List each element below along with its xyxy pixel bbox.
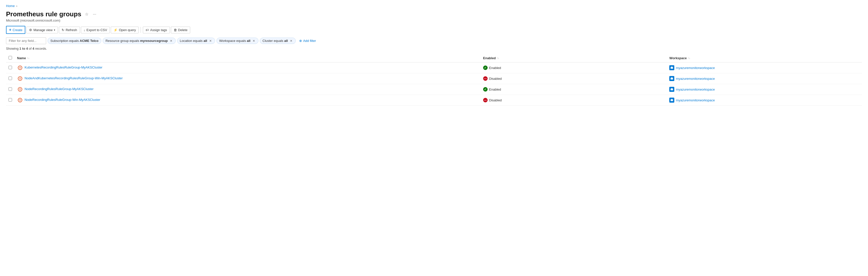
col-header-enabled[interactable]: Enabled ↑↓ xyxy=(480,54,667,62)
tag-icon: 🏷 xyxy=(146,28,149,32)
row-2-status-cell: —Disabled xyxy=(480,73,667,84)
svg-text:!: ! xyxy=(20,88,20,91)
col-workspace-sort-icon: ↑↓ xyxy=(688,57,690,59)
page-subtitle: Microsoft (microsoft.onmicrosoft.com) xyxy=(6,19,862,22)
row-2-workspace-cell: myazuremonitorworkspace xyxy=(667,73,862,84)
col-name-label: Name xyxy=(17,56,26,60)
svg-rect-9 xyxy=(671,77,673,78)
add-filter-label: Add filter xyxy=(303,39,316,43)
filter-tag-workspace: Workspace equals all ✕ xyxy=(217,38,258,44)
pin-button[interactable]: ☆ xyxy=(84,11,89,17)
filter-tag-resourcegroup: Resource group equals myresourcegroup ✕ xyxy=(103,38,176,44)
select-all-header xyxy=(6,54,14,62)
records-suffix: records. xyxy=(34,47,47,50)
rule-groups-table: Name ↑↓ Enabled ↑↓ Workspace ↑↓ ! Kubern xyxy=(6,54,862,106)
row-4-rule-icon: ! xyxy=(17,97,23,103)
svg-rect-3 xyxy=(671,67,673,69)
row-3-status-cell: ✓Enabled xyxy=(480,84,667,95)
row-1-checkbox-cell xyxy=(6,62,14,73)
svg-rect-14 xyxy=(671,88,673,89)
filter-remove-location-button[interactable]: ✕ xyxy=(209,39,212,43)
export-label: Export to CSV xyxy=(87,28,107,32)
row-2-checkbox-cell xyxy=(6,73,14,84)
more-options-button[interactable]: ··· xyxy=(92,11,97,17)
assign-tags-label: Assign tags xyxy=(150,28,167,32)
table-row: ! KubernetesRecordingRulesRuleGroup-MyAK… xyxy=(6,62,862,73)
add-filter-button[interactable]: ⊕ Add filter xyxy=(297,38,318,44)
filter-tag-location-text: Location equals all xyxy=(180,39,207,43)
table-row: ! NodeAndKubernetesRecordingRulesRuleGro… xyxy=(6,73,862,84)
row-1-status-cell: ✓Enabled xyxy=(480,62,667,73)
refresh-button[interactable]: ↻ Refresh xyxy=(59,27,80,33)
row-4-workspace-cell: myazuremonitorworkspace xyxy=(667,95,862,106)
filter-bar: Subscription equals ACME Telco Resource … xyxy=(6,37,862,44)
records-of: of xyxy=(28,47,32,50)
records-summary: Showing xyxy=(6,47,19,50)
refresh-icon: ↻ xyxy=(62,28,64,32)
row-2-workspace-link[interactable]: myazuremonitorworkspace xyxy=(676,77,715,81)
row-4-checkbox[interactable] xyxy=(8,98,12,102)
row-1-name-cell: ! KubernetesRecordingRulesRuleGroup-MyAK… xyxy=(14,62,480,73)
filter-tag-resourcegroup-text: Resource group equals myresourcegroup xyxy=(105,39,168,43)
row-1-name-link[interactable]: KubernetesRecordingRulesRuleGroup-MyAKSC… xyxy=(25,65,102,69)
svg-text:!: ! xyxy=(20,77,20,80)
row-1-status-icon: ✓ xyxy=(483,65,488,70)
row-3-checkbox-cell xyxy=(6,84,14,95)
filter-remove-workspace-button[interactable]: ✕ xyxy=(252,39,256,43)
page-title: Prometheus rule groups xyxy=(6,10,82,18)
row-2-status-text: Disabled xyxy=(489,77,502,81)
row-3-name-cell: ! NodeRecordingRulesRuleGroup-MyAKSClust… xyxy=(14,84,480,95)
col-header-workspace[interactable]: Workspace ↑↓ xyxy=(667,54,862,62)
row-4-name-link[interactable]: NodeRecordingRulesRuleGroup-Win-MyAKSClu… xyxy=(25,98,100,102)
filter-tag-cluster-text: Cluster equals all xyxy=(262,39,288,43)
filter-remove-resourcegroup-button[interactable]: ✕ xyxy=(169,39,173,43)
svg-rect-4 xyxy=(671,66,673,67)
col-enabled-sort-icon: ↑↓ xyxy=(497,57,499,59)
filter-input[interactable] xyxy=(6,37,46,44)
export-csv-button[interactable]: ↓ Export to CSV xyxy=(81,27,110,33)
row-3-checkbox[interactable] xyxy=(8,87,12,91)
assign-tags-button[interactable]: 🏷 Assign tags xyxy=(143,27,169,33)
breadcrumb-home[interactable]: Home xyxy=(6,4,15,8)
row-2-name-cell: ! NodeAndKubernetesRecordingRulesRuleGro… xyxy=(14,73,480,84)
row-3-name-link[interactable]: NodeRecordingRulesRuleGroup-MyAKSCluster xyxy=(25,87,93,91)
svg-rect-13 xyxy=(671,89,673,90)
row-4-workspace-icon xyxy=(669,98,674,103)
row-3-rule-icon: ! xyxy=(17,86,23,92)
row-1-workspace-icon xyxy=(669,65,674,70)
table-row: ! NodeRecordingRulesRuleGroup-Win-MyAKSC… xyxy=(6,95,862,106)
refresh-label: Refresh xyxy=(66,28,77,32)
svg-text:!: ! xyxy=(20,66,20,69)
row-2-checkbox[interactable] xyxy=(8,77,12,80)
create-button[interactable]: + Create xyxy=(6,26,25,34)
filter-remove-cluster-button[interactable]: ✕ xyxy=(289,39,293,43)
row-1-status-text: Enabled xyxy=(489,66,501,70)
delete-button[interactable]: 🗑 Delete xyxy=(171,27,190,33)
row-4-name-cell: ! NodeRecordingRulesRuleGroup-Win-MyAKSC… xyxy=(14,95,480,106)
row-1-rule-icon: ! xyxy=(17,65,23,71)
manage-view-label: Manage view xyxy=(33,28,53,32)
filter-icon: ⊕ xyxy=(299,39,302,43)
row-4-status-text: Disabled xyxy=(489,99,502,102)
row-4-workspace-link[interactable]: myazuremonitorworkspace xyxy=(676,99,715,102)
row-2-workspace-icon xyxy=(669,76,674,81)
select-all-checkbox[interactable] xyxy=(8,56,12,59)
row-2-status-icon: — xyxy=(483,76,488,81)
col-enabled-label: Enabled xyxy=(483,56,496,60)
toolbar: + Create ⚙ Manage view ▾ ↻ Refresh ↓ Exp… xyxy=(6,26,862,34)
col-header-name[interactable]: Name ↑↓ xyxy=(14,54,480,62)
row-3-workspace-link[interactable]: myazuremonitorworkspace xyxy=(676,88,715,91)
records-range: 1 to 4 xyxy=(19,47,28,50)
filter-tag-subscription: Subscription equals ACME Telco xyxy=(48,38,101,44)
filter-tag-workspace-text: Workspace equals all xyxy=(219,39,251,43)
chevron-down-icon: ▾ xyxy=(54,29,55,31)
row-2-name-link[interactable]: NodeAndKubernetesRecordingRulesRuleGroup… xyxy=(25,76,123,80)
svg-rect-19 xyxy=(671,99,673,100)
delete-label: Delete xyxy=(178,28,188,32)
row-1-workspace-link[interactable]: myazuremonitorworkspace xyxy=(676,66,715,70)
col-workspace-label: Workspace xyxy=(669,56,687,60)
manage-view-button[interactable]: ⚙ Manage view ▾ xyxy=(26,27,58,33)
create-label: Create xyxy=(12,28,22,32)
open-query-button[interactable]: ⚡ Open query xyxy=(111,27,138,33)
row-1-checkbox[interactable] xyxy=(8,66,12,69)
